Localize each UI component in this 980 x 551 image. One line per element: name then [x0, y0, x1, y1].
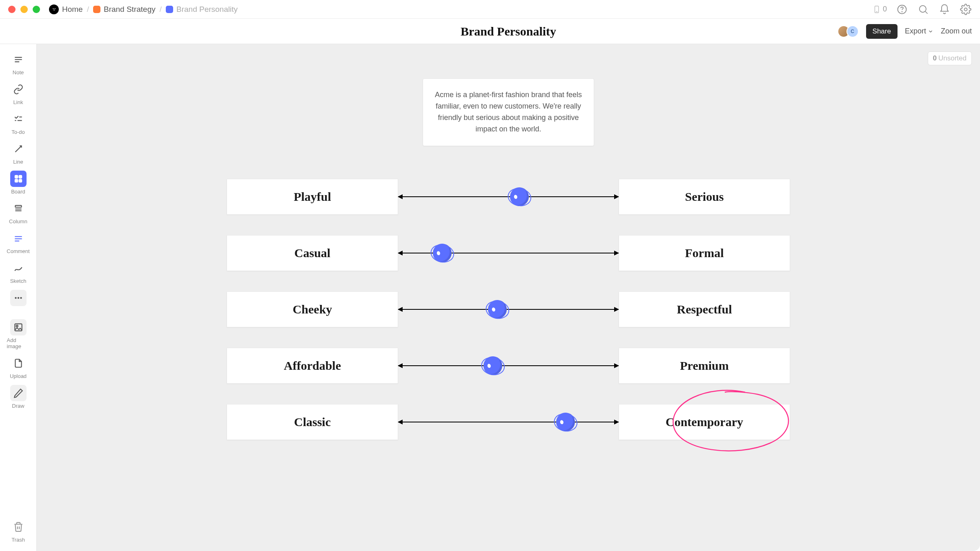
svg-rect-18 — [15, 175, 18, 178]
svg-rect-22 — [15, 205, 21, 207]
tool-add-image[interactable]: Add image — [7, 319, 30, 349]
tool-comment[interactable]: Comment — [7, 230, 30, 254]
window-controls — [8, 6, 40, 13]
svg-point-3 — [53, 10, 54, 11]
tool-note[interactable]: Note — [7, 51, 30, 76]
page-header: Brand Personality C Share Export Zoom ou… — [0, 19, 980, 44]
scale-slider[interactable] — [398, 348, 619, 384]
breadcrumb-home[interactable]: Home — [49, 4, 83, 14]
scale-slider[interactable] — [398, 404, 619, 440]
home-icon — [49, 4, 59, 14]
tool-comment-label: Comment — [7, 248, 29, 254]
scale-marker[interactable] — [508, 185, 531, 208]
main: Note Link To-do Line Board Column — [0, 44, 980, 551]
scale-left-label[interactable]: Affordable — [227, 348, 398, 384]
breadcrumb-sep: / — [87, 5, 89, 14]
scale-slider[interactable] — [398, 179, 619, 215]
scale-right-label[interactable]: Serious — [619, 179, 790, 215]
close-window-button[interactable] — [8, 6, 16, 13]
breadcrumb-strategy[interactable]: Brand Strategy — [93, 5, 156, 14]
tool-note-label: Note — [13, 69, 24, 76]
tool-add-image-label: Add image — [7, 337, 30, 349]
svg-point-8 — [920, 5, 926, 12]
settings-button[interactable] — [960, 3, 972, 16]
scale-right-label[interactable]: Respectful — [619, 291, 790, 327]
tool-link-label: Link — [13, 99, 23, 105]
tool-trash-label: Trash — [11, 537, 25, 543]
svg-point-29 — [17, 297, 19, 299]
scale-right-label[interactable]: Formal — [619, 235, 790, 271]
scale-slider[interactable] — [398, 235, 619, 271]
scale-marker[interactable] — [486, 298, 509, 321]
scale-marker[interactable] — [481, 354, 504, 377]
mobile-indicator[interactable]: 0 — [872, 5, 887, 14]
svg-point-30 — [20, 297, 22, 299]
tool-trash[interactable]: Trash — [7, 519, 30, 543]
breadcrumb-strategy-label: Brand Strategy — [104, 5, 156, 14]
svg-rect-21 — [19, 179, 22, 182]
help-button[interactable] — [896, 3, 908, 16]
svg-point-32 — [16, 325, 18, 327]
page-title: Brand Personality — [37, 24, 980, 38]
tool-column-label: Column — [9, 218, 27, 224]
mobile-count: 0 — [883, 5, 887, 13]
scale-row: CasualFormal — [227, 235, 790, 271]
svg-rect-19 — [19, 175, 22, 178]
scale-marker[interactable] — [554, 411, 577, 433]
tool-line-label: Line — [13, 159, 23, 165]
svg-line-9 — [925, 11, 927, 13]
svg-rect-20 — [15, 179, 18, 182]
svg-point-28 — [15, 297, 16, 299]
description-card[interactable]: Acme is a planet-first fashion brand tha… — [423, 78, 594, 146]
scale-row: AffordablePremium — [227, 348, 790, 384]
breadcrumb-current[interactable]: Brand Personality — [166, 5, 238, 14]
tool-draw[interactable]: Draw — [7, 385, 30, 409]
tool-board-label: Board — [11, 189, 25, 195]
scale-marker[interactable] — [431, 242, 454, 264]
svg-point-7 — [902, 11, 902, 12]
scale-right-label[interactable]: Contemporary — [619, 404, 790, 440]
tool-sketch[interactable]: Sketch — [7, 260, 30, 284]
scale-left-label[interactable]: Cheeky — [227, 291, 398, 327]
tool-todo[interactable]: To-do — [7, 111, 30, 135]
folder-icon — [93, 6, 100, 13]
scale-left-label[interactable]: Casual — [227, 235, 398, 271]
svg-point-2 — [54, 8, 55, 9]
notifications-button[interactable] — [938, 3, 951, 16]
unsorted-chip[interactable]: 0Unsorted — [928, 51, 972, 65]
scale-row: PlayfulSerious — [227, 179, 790, 215]
breadcrumb: Home / Brand Strategy / Brand Personalit… — [49, 4, 238, 14]
svg-point-1 — [53, 8, 53, 9]
tool-link[interactable]: Link — [7, 81, 30, 105]
scale-left-label[interactable]: Classic — [227, 404, 398, 440]
description-text: Acme is a planet-first fashion brand tha… — [435, 91, 582, 133]
tool-upload[interactable]: Upload — [7, 355, 30, 379]
svg-point-10 — [964, 8, 967, 11]
scale-row: CheekyRespectful — [227, 291, 790, 327]
tool-todo-label: To-do — [11, 129, 25, 135]
titlebar-right: 0 — [872, 3, 972, 16]
tool-column[interactable]: Column — [7, 200, 30, 224]
minimize-window-button[interactable] — [20, 6, 28, 13]
tool-line[interactable]: Line — [7, 141, 30, 165]
scale-slider[interactable] — [398, 291, 619, 327]
sidebar: Note Link To-do Line Board Column — [0, 44, 37, 551]
unsorted-label: Unsorted — [938, 54, 967, 62]
breadcrumb-sep: / — [160, 5, 162, 14]
scale-row: ClassicContemporary — [227, 404, 790, 440]
svg-rect-31 — [15, 324, 22, 331]
tool-more[interactable] — [7, 290, 30, 306]
tool-draw-label: Draw — [12, 403, 24, 409]
search-button[interactable] — [917, 3, 929, 16]
breadcrumb-home-label: Home — [62, 5, 83, 14]
scale-right-label[interactable]: Premium — [619, 348, 790, 384]
board-icon — [166, 6, 173, 13]
unsorted-count: 0 — [933, 54, 937, 62]
canvas[interactable]: 0Unsorted Acme is a planet-first fashion… — [37, 44, 980, 551]
tool-upload-label: Upload — [10, 373, 27, 379]
breadcrumb-current-label: Brand Personality — [176, 5, 238, 14]
maximize-window-button[interactable] — [33, 6, 40, 13]
tool-board[interactable]: Board — [7, 171, 30, 195]
scales: PlayfulSeriousCasualFormalCheekyRespectf… — [227, 179, 790, 460]
scale-left-label[interactable]: Playful — [227, 179, 398, 215]
